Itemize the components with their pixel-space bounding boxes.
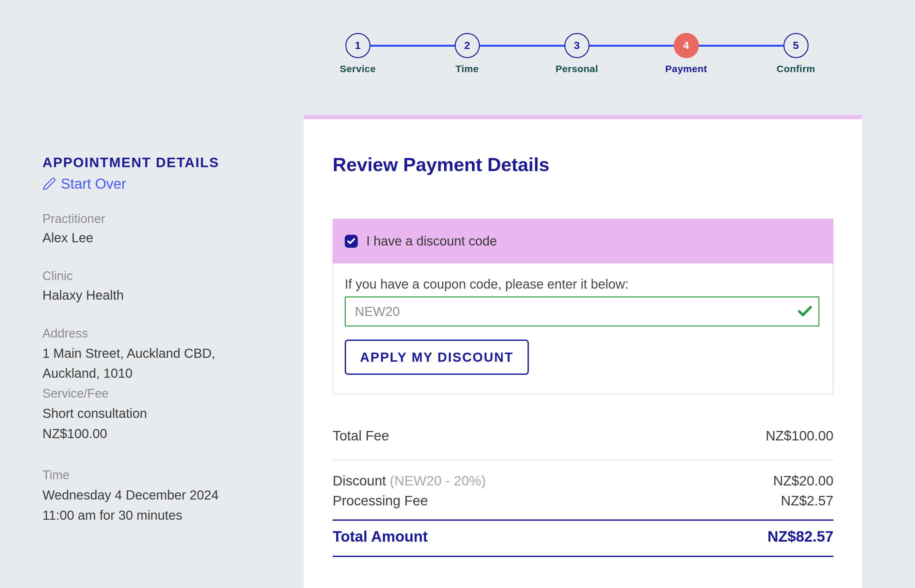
start-over-label: Start Over <box>61 176 126 192</box>
step-personal-label: Personal <box>547 63 606 74</box>
total-fee-label: Total Fee <box>332 428 389 444</box>
step-payment-number: 4 <box>683 39 689 52</box>
total-amount-label: Total Amount <box>332 528 428 545</box>
step-payment-label: Payment <box>657 63 716 74</box>
checkmark-icon <box>347 237 356 246</box>
time-line-1: Wednesday 4 December 2024 <box>42 488 271 502</box>
booking-page: { "stepper": { "steps": [ {"number": "1"… <box>0 0 915 588</box>
total-amount-row: Total Amount NZ$82.57 <box>332 528 833 545</box>
service-fee-line-2: NZ$100.00 <box>42 426 271 441</box>
processing-fee-value: NZ$2.57 <box>781 493 833 509</box>
apply-discount-button[interactable]: APPLY MY DISCOUNT <box>345 339 529 375</box>
step-confirm-number: 5 <box>793 39 799 52</box>
step-payment[interactable]: 4 Payment <box>657 33 716 74</box>
step-service-number: 1 <box>355 39 361 52</box>
total-fee-value: NZ$100.00 <box>765 428 833 444</box>
clinic-value: Halaxy Health <box>42 288 271 303</box>
step-time[interactable]: 2 Time <box>438 33 497 74</box>
step-confirm[interactable]: 5 Confirm <box>767 33 825 74</box>
pencil-icon <box>42 177 56 191</box>
time-label: Time <box>42 468 271 482</box>
discount-row: Discount (NEW20 - 20%) NZ$20.00 <box>332 473 833 489</box>
step-personal-circle[interactable]: 3 <box>565 33 589 58</box>
step-service-label: Service <box>328 63 387 74</box>
discount-label: Discount <box>332 473 386 488</box>
coupon-prompt-text: If you have a coupon code, please enter … <box>345 277 628 292</box>
step-confirm-label: Confirm <box>767 63 825 74</box>
total-fee-row: Total Fee NZ$100.00 <box>332 428 833 444</box>
practitioner-value: Alex Lee <box>42 231 271 245</box>
step-time-circle[interactable]: 2 <box>455 33 480 58</box>
processing-fee-label: Processing Fee <box>332 493 428 509</box>
discount-checkbox-label[interactable]: I have a discount code <box>366 234 497 249</box>
total-top-rule <box>332 519 833 521</box>
step-time-label: Time <box>438 63 497 74</box>
coupon-code-input[interactable] <box>345 296 819 326</box>
address-line-1: 1 Main Street, Auckland CBD, <box>42 346 271 361</box>
processing-fee-row: Processing Fee NZ$2.57 <box>332 493 833 509</box>
total-bottom-rule <box>332 556 833 557</box>
step-service-circle[interactable]: 1 <box>345 33 371 58</box>
step-time-number: 2 <box>464 39 470 52</box>
step-personal[interactable]: 3 Personal <box>547 33 606 74</box>
step-personal-number: 3 <box>574 39 580 52</box>
practitioner-label: Practitioner <box>42 212 271 226</box>
clinic-label: Clinic <box>42 269 271 283</box>
step-payment-circle[interactable]: 4 <box>674 33 699 58</box>
time-line-2: 11:00 am for 30 minutes <box>42 508 271 523</box>
discount-value: NZ$20.00 <box>773 473 833 489</box>
panel-top-accent <box>303 115 862 119</box>
service-fee-label: Service/Fee <box>42 386 271 401</box>
sidebar-title: APPOINTMENT DETAILS <box>42 155 271 170</box>
service-fee-line-1: Short consultation <box>42 406 271 421</box>
address-line-2: Auckland, 1010 <box>42 366 271 381</box>
page-title: Review Payment Details <box>332 153 549 175</box>
summary-divider <box>332 460 833 460</box>
step-confirm-circle[interactable]: 5 <box>783 33 808 58</box>
discount-code-banner: I have a discount code <box>332 219 833 263</box>
discount-checkbox[interactable] <box>345 235 358 248</box>
discount-note: (NEW20 - 20%) <box>390 473 486 488</box>
address-label: Address <box>42 326 271 341</box>
step-service[interactable]: 1 Service <box>328 33 387 74</box>
discount-label-group: Discount (NEW20 - 20%) <box>332 473 486 489</box>
payment-panel: Review Payment Details I have a discount… <box>303 115 862 588</box>
total-amount-value: NZ$82.57 <box>767 528 833 545</box>
start-over-link[interactable]: Start Over <box>42 176 271 192</box>
